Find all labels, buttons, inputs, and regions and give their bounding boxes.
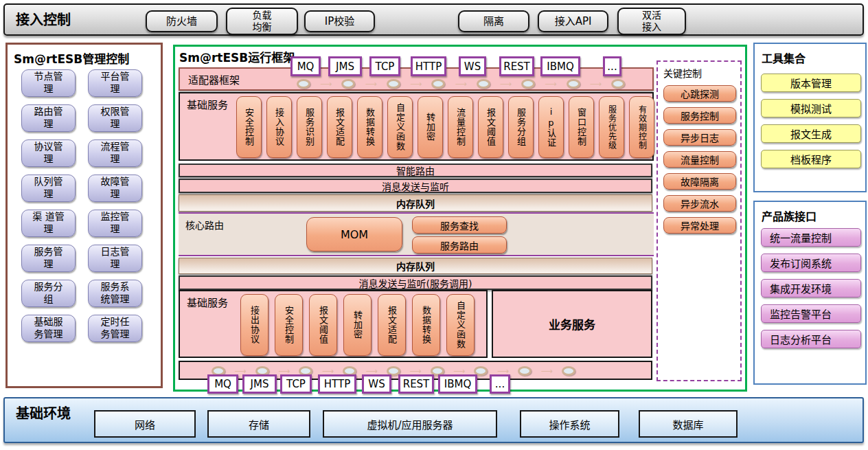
access-protocol-button[interactable]: 接入协议: [266, 96, 292, 158]
window-control-button[interactable]: 窗口控制: [569, 96, 594, 158]
os-button[interactable]: 操作系统: [520, 410, 619, 438]
security-control-2-button[interactable]: 安全控制: [275, 294, 303, 356]
protocol-http-bottom[interactable]: HTTP: [318, 374, 356, 394]
dual-active-button[interactable]: 双活 接入: [617, 8, 686, 35]
base-services-bottom-label: 基础服务: [187, 295, 228, 309]
load-balance-button[interactable]: 负载 均衡: [226, 8, 298, 35]
queue-mgmt-button[interactable]: 队列管理: [21, 175, 76, 202]
ip-check-button[interactable]: IP校验: [304, 10, 375, 32]
connector-arrow-icon: ⟶: [365, 79, 377, 89]
process-mgmt-button[interactable]: 流程管理: [88, 139, 142, 167]
base-environment-title: 基础环境: [16, 403, 71, 423]
toolset-stack: 版本管理 模拟测试 报文生成 档板程序: [761, 74, 861, 168]
esb-management-title: Sm@rtESB管理控制: [8, 45, 161, 67]
management-grid: 节点管理 平台管理 路由管理 权限管理 协议管理 流程管理 队列管理 故障管理 …: [21, 69, 142, 342]
encrypt-2-button[interactable]: 转加密: [343, 294, 372, 356]
stub-program-button[interactable]: 档板程序: [761, 150, 861, 168]
pub-sub-system-button[interactable]: 发布订阅系统: [761, 254, 861, 272]
monitor-mgmt-button[interactable]: 监控管理: [88, 210, 142, 237]
data-transform-button[interactable]: 数据转换: [357, 96, 382, 158]
protocol-mq-bottom[interactable]: MQ: [207, 374, 238, 394]
database-button[interactable]: 数据库: [639, 410, 738, 438]
mom-button[interactable]: MOM: [306, 217, 402, 251]
access-api-button[interactable]: 接入API: [538, 10, 608, 32]
protocol-mgmt-button[interactable]: 协议管理: [21, 139, 76, 167]
message-threshold-button[interactable]: 报文阈值: [478, 96, 503, 158]
flow-control-key-button[interactable]: 流量控制: [663, 151, 736, 168]
access-control-bar: 接入控制 防火墙 负载 均衡 IP校验 隔离 接入API 双活 接入: [3, 3, 864, 36]
service-system-mgmt-button[interactable]: 服务系统管理: [88, 280, 142, 307]
protocol-http-top[interactable]: HTTP: [411, 56, 446, 76]
connector-arrow-icon: ⟶: [410, 79, 422, 89]
service-control-button[interactable]: 服务控制: [663, 107, 736, 124]
flow-control-button[interactable]: 流量控制: [448, 96, 473, 158]
message-adapt-2-button[interactable]: 报文适配: [378, 294, 406, 356]
mock-test-button[interactable]: 模拟测试: [761, 99, 861, 117]
isolation-button[interactable]: 隔离: [458, 10, 529, 32]
custom-function-button[interactable]: 自定义函数: [387, 96, 413, 158]
security-control-button[interactable]: 安全控制: [236, 96, 262, 158]
channel-mgmt-button[interactable]: 渠 道管理: [21, 210, 76, 237]
version-mgmt-button[interactable]: 版本管理: [761, 74, 861, 92]
service-route-button[interactable]: 服务路由: [412, 236, 507, 254]
permission-mgmt-button[interactable]: 权限管理: [88, 104, 142, 132]
connector-ellipse: [387, 79, 400, 89]
firewall-button[interactable]: 防火墙: [146, 10, 218, 32]
protocol-jms-top[interactable]: JMS: [328, 56, 362, 76]
async-flow-button[interactable]: 异步流水: [663, 195, 736, 212]
protocol-ibmq-bottom[interactable]: IBMQ: [438, 374, 477, 394]
ip-auth-button[interactable]: ip认证: [538, 96, 564, 158]
service-find-button[interactable]: 服务查找: [412, 216, 507, 234]
product-family-stack: 统一流量控制 发布订阅系统 集成开发环境 监控告警平台 日志分析平台: [761, 228, 861, 348]
vm-app-server-button[interactable]: 虚拟机/应用服务器: [323, 410, 497, 438]
msg-listen-call-bar: 消息发送与监听(服务调用): [179, 275, 652, 290]
storage-button[interactable]: 存储: [207, 410, 310, 438]
message-threshold-2-button[interactable]: 报文阈值: [309, 294, 337, 356]
connector-arrow-icon: ⟶: [500, 79, 512, 89]
service-mgmt-button[interactable]: 服务管理: [21, 245, 76, 272]
message-adapt-button[interactable]: 报文适配: [327, 96, 352, 158]
protocol-tcp-bottom[interactable]: TCP: [280, 374, 312, 394]
protocol-mq-top[interactable]: MQ: [290, 56, 321, 76]
data-transform-2-button[interactable]: 数据转换: [412, 294, 440, 356]
exception-handle-button[interactable]: 异常处理: [663, 217, 736, 234]
service-priority-button[interactable]: 服务优先级: [599, 96, 624, 158]
heartbeat-detect-button[interactable]: 心跳探测: [663, 85, 736, 102]
monitor-alarm-platform-button[interactable]: 监控告警平台: [761, 304, 861, 323]
base-service-mgmt-button[interactable]: 基础服务管理: [21, 315, 76, 342]
service-group-button[interactable]: 服务分组: [21, 280, 76, 307]
protocol-jms-bottom[interactable]: JMS: [242, 374, 277, 394]
protocol-rest-top[interactable]: REST: [499, 56, 534, 76]
node-mgmt-button[interactable]: 节点管理: [21, 69, 76, 97]
memory-queue-bar-2: 内存队列: [179, 258, 652, 274]
protocol-tcp-top[interactable]: TCP: [369, 56, 400, 76]
unified-flow-control-button[interactable]: 统一流量控制: [761, 228, 861, 247]
encrypt-button[interactable]: 转加密: [418, 96, 443, 158]
protocol-ws-top[interactable]: WS: [459, 56, 486, 76]
platform-mgmt-button[interactable]: 平台管理: [88, 69, 142, 97]
key-control-box: 关键控制 心跳探测 服务控制 异步日志 流量控制 故障隔离 异步流水 异常处理: [656, 60, 742, 381]
out-protocol-button[interactable]: 接出协议: [240, 294, 269, 356]
fault-mgmt-button[interactable]: 故障管理: [88, 175, 142, 202]
async-log-button[interactable]: 异步日志: [663, 129, 736, 146]
log-analysis-platform-button[interactable]: 日志分析平台: [761, 330, 861, 348]
service-identify-button[interactable]: 服务识别: [297, 96, 322, 158]
service-group-svc-button[interactable]: 服务分组: [508, 96, 534, 158]
base-services-bottom-buttons: 接出协议 安全控制 报文阈值 转加密 报文适配 数据转换 自定义函数: [240, 294, 475, 356]
network-button[interactable]: 网络: [94, 410, 196, 438]
connector-arrow-icon: ⟶: [455, 79, 466, 89]
route-mgmt-button[interactable]: 路由管理: [21, 104, 76, 132]
custom-function-2-button[interactable]: 自定义函数: [446, 294, 475, 356]
fault-isolation-button[interactable]: 故障隔离: [663, 173, 736, 190]
log-mgmt-button[interactable]: 日志管理: [88, 245, 142, 272]
ide-environment-button[interactable]: 集成开发环境: [761, 279, 861, 297]
protocol-ws-bottom[interactable]: WS: [362, 374, 391, 394]
timer-task-mgmt-button[interactable]: 定时任务管理: [88, 315, 142, 342]
protocol-rest-bottom[interactable]: REST: [398, 374, 434, 394]
protocol-ibmq-top[interactable]: IBMQ: [540, 56, 580, 76]
protocol-more-bottom[interactable]: ...: [490, 374, 510, 394]
message-gen-button[interactable]: 报文生成: [761, 124, 861, 143]
validity-control-button[interactable]: 有效期控制: [629, 96, 654, 158]
protocol-more-top[interactable]: ...: [603, 56, 621, 76]
key-control-stack: 心跳探测 服务控制 异步日志 流量控制 故障隔离 异步流水 异常处理: [663, 85, 736, 234]
